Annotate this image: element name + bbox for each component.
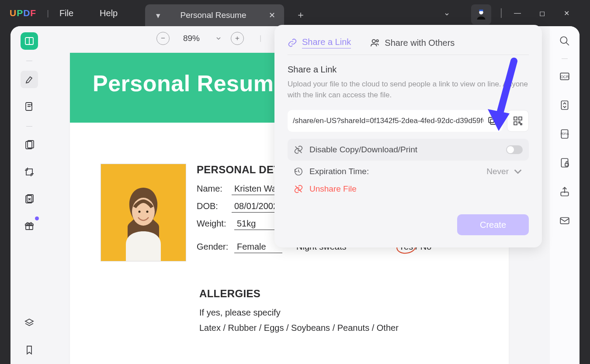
help-menu[interactable]: Help <box>100 8 118 18</box>
separator: | <box>500 6 503 18</box>
account-avatar[interactable] <box>471 4 491 24</box>
svg-rect-17 <box>561 101 568 110</box>
right-sidebar: OCR PDF/A <box>550 26 580 364</box>
svg-point-14 <box>560 37 567 43</box>
weight-label: Weight: <box>197 219 234 229</box>
comment-button[interactable] <box>21 98 38 115</box>
name-label: Name: <box>197 184 232 194</box>
share-link-text: /share/en-US?shareId=0f1342f5-2dea-4fed-… <box>293 117 483 125</box>
search-icon[interactable] <box>558 34 572 48</box>
svg-point-12 <box>139 211 141 213</box>
separator: | <box>47 9 49 18</box>
window-controls: — ◻ ✕ <box>510 0 590 26</box>
portrait-photo <box>101 164 186 261</box>
dob-value: 08/01/2002 <box>232 201 281 213</box>
close-button[interactable]: ✕ <box>559 9 573 17</box>
section-allergies: ALLERGIES <box>199 288 478 300</box>
email-icon[interactable] <box>558 213 572 227</box>
expiration-select[interactable]: Never <box>486 167 523 176</box>
titlebar: UPDF | File Help ▾ Personal Resume ✕ ＋ ⌄… <box>0 0 590 26</box>
maximize-button[interactable]: ◻ <box>535 9 549 17</box>
unshare-button[interactable]: Unshare File <box>288 184 529 194</box>
svg-rect-1 <box>479 10 483 11</box>
gender-label: Gender: <box>197 242 234 252</box>
organize-pages-button[interactable] <box>21 190 38 208</box>
create-button[interactable]: Create <box>457 214 529 235</box>
tab-share-link[interactable]: Share a Link <box>288 37 351 48</box>
dob-label: DOB: <box>197 201 232 211</box>
separator: | <box>260 34 261 42</box>
protect-icon[interactable] <box>558 156 572 170</box>
expiration-label: Expiration Time: <box>309 167 369 176</box>
svg-text:OCR: OCR <box>560 75 569 79</box>
left-sidebar: — — <box>10 26 48 364</box>
disable-icon <box>294 145 303 155</box>
highlight-button[interactable] <box>21 71 38 88</box>
gift-button[interactable] <box>21 217 38 235</box>
share-icon[interactable] <box>558 185 572 199</box>
notification-dot <box>35 216 39 220</box>
separator: — <box>26 57 32 64</box>
svg-point-13 <box>146 211 149 213</box>
expiration-row: Expiration Time: Never <box>288 167 529 176</box>
separator: — <box>26 122 32 129</box>
convert-icon[interactable] <box>558 98 572 112</box>
menubar: File Help <box>59 8 118 18</box>
svg-text:PDF/A: PDF/A <box>560 132 569 135</box>
svg-point-25 <box>377 40 379 42</box>
reader-mode-button[interactable] <box>21 32 38 50</box>
allergies-line2: Latex / Rubber / Eggs / Soybeans / Peanu… <box>199 323 478 333</box>
disable-copy-toggle[interactable] <box>506 145 523 154</box>
tab-title: Personal Resume <box>160 10 267 20</box>
tabs-dropdown-icon[interactable]: ⌄ <box>439 8 455 17</box>
zoom-out-button[interactable]: − <box>156 32 170 45</box>
bookmark-button[interactable] <box>21 341 38 359</box>
ocr-icon[interactable]: OCR <box>558 69 572 83</box>
zoom-value: 89% <box>179 34 204 43</box>
separator <box>562 58 568 59</box>
svg-rect-23 <box>560 218 569 224</box>
annotation-arrow <box>483 57 523 135</box>
minimize-button[interactable]: — <box>510 9 524 17</box>
share-link-field[interactable]: /share/en-US?shareId=0f1342f5-2dea-4fed-… <box>288 110 503 132</box>
tab-personal-resume[interactable]: ▾ Personal Resume ✕ <box>145 4 284 26</box>
unshare-icon <box>294 184 303 194</box>
layers-button[interactable] <box>21 314 38 332</box>
svg-point-24 <box>372 40 375 43</box>
crop-button[interactable] <box>21 163 38 181</box>
page-tools-button[interactable] <box>21 136 38 154</box>
pdfa-icon[interactable]: PDF/A <box>558 127 572 141</box>
allergies-line1: If yes, please specify <box>199 308 478 318</box>
tab-share-others[interactable]: Share with Others <box>370 38 455 48</box>
tab-close-icon[interactable]: ✕ <box>267 10 277 20</box>
app-logo: UPDF <box>10 8 36 18</box>
zoom-select[interactable]: 89% <box>179 34 221 43</box>
disable-copy-label: Disable Copy/Download/Print <box>309 145 417 155</box>
file-menu[interactable]: File <box>59 8 73 18</box>
history-icon <box>294 167 303 176</box>
disable-copy-row: Disable Copy/Download/Print <box>288 139 529 161</box>
zoom-in-button[interactable]: + <box>231 32 244 45</box>
new-tab-button[interactable]: ＋ <box>294 8 308 22</box>
